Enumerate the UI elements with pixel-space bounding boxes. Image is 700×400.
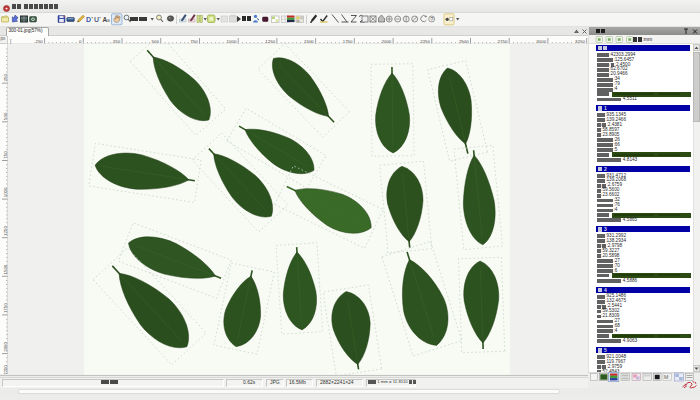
svg-text:2000: 2000 [382,38,392,43]
svg-text:1750: 1750 [343,38,353,43]
svg-text:2250: 2250 [420,38,430,43]
svg-text:500: 500 [152,38,160,43]
svg-text:1500: 1500 [304,38,314,43]
svg-text:750: 750 [3,151,8,159]
svg-text:500: 500 [3,112,8,120]
svg-text:1250: 1250 [265,38,275,43]
svg-text:2250: 2250 [3,365,8,374]
svg-text:3250: 3250 [575,38,585,43]
svg-text:250: 250 [3,74,8,82]
svg-text:3000: 3000 [536,38,546,43]
svg-text:-250: -250 [34,38,43,43]
svg-text:M:: M: [664,374,670,380]
svg-text:2500: 2500 [459,38,469,43]
svg-text:?: ? [430,16,433,22]
svg-text:750: 750 [190,38,198,43]
svg-text:2750: 2750 [498,38,508,43]
svg-text:250: 250 [113,38,121,43]
svg-text:1000: 1000 [227,38,237,43]
